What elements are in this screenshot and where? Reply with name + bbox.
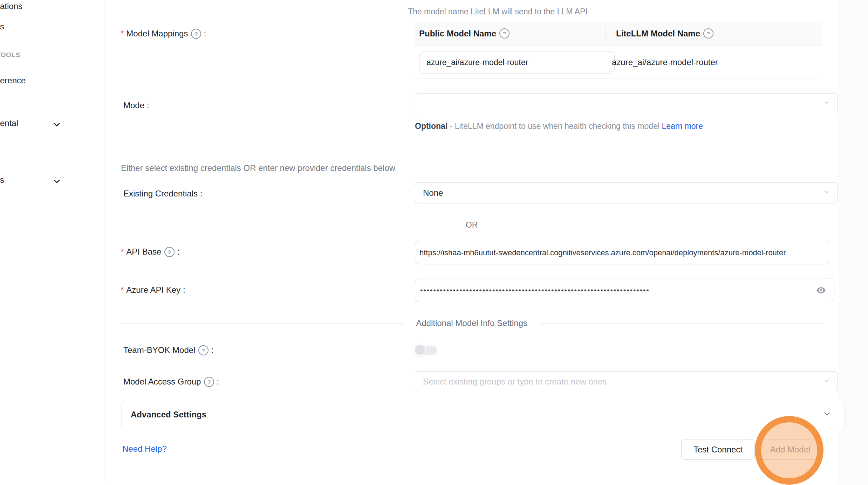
chevron-down-icon xyxy=(823,99,831,109)
help-icon[interactable]: ? xyxy=(499,28,510,39)
model-mappings-table-header: Public Model Name ? LiteLLM Model Name ? xyxy=(415,22,822,46)
advanced-settings-label: Advanced Settings xyxy=(131,410,206,420)
help-icon[interactable]: ? xyxy=(703,28,713,39)
api-base-label: * API Base ? : xyxy=(121,246,179,257)
advanced-settings-panel[interactable]: Advanced Settings xyxy=(121,400,845,429)
existing-credentials-label: Existing Credentials : xyxy=(123,188,203,199)
sidebar: ations s TOOLS erence ental s xyxy=(0,0,105,485)
existing-credentials-value: None xyxy=(423,188,443,198)
mode-label: Mode : xyxy=(123,100,149,111)
column-header-litellm-model-name: LiteLLM Model Name ? xyxy=(610,28,713,39)
model-mappings-label: * Model Mappings ? : xyxy=(121,28,206,39)
azure-api-key-label-text: Azure API Key xyxy=(126,285,180,295)
additional-settings-divider-text: Additional Model Info Settings xyxy=(416,318,527,328)
azure-api-key-masked-value: ••••••••••••••••••••••••••••••••••••••••… xyxy=(420,286,650,295)
mode-help-body: - LiteLLM endpoint to use when health ch… xyxy=(447,122,662,131)
chevron-down-icon[interactable] xyxy=(52,120,62,131)
help-icon[interactable]: ? xyxy=(164,247,175,257)
mode-help-text: Optional - LiteLLM endpoint to use when … xyxy=(415,119,709,133)
litellm-model-name-header-text: LiteLLM Model Name xyxy=(616,29,700,39)
team-byok-toggle[interactable] xyxy=(414,344,438,356)
chevron-down-icon xyxy=(823,188,831,198)
azure-api-key-label: * Azure API Key : xyxy=(121,284,185,296)
help-icon[interactable]: ? xyxy=(198,345,209,355)
chevron-down-icon xyxy=(822,409,832,420)
test-connect-button[interactable]: Test Connect xyxy=(681,439,755,460)
learn-more-link[interactable]: Learn more xyxy=(662,122,703,131)
table-row-separator xyxy=(415,78,822,78)
model-name-helper-text: The model name LiteLLM will send to the … xyxy=(408,7,588,16)
toggle-knob xyxy=(414,344,426,356)
need-help-link[interactable]: Need Help? xyxy=(122,444,167,454)
sidebar-item-settings[interactable]: s xyxy=(0,175,4,185)
label-colon: : xyxy=(147,101,149,110)
mode-select[interactable] xyxy=(415,93,838,114)
column-header-public-model-name: Public Model Name ? xyxy=(415,28,610,39)
team-byok-label-text: Team-BYOK Model xyxy=(123,345,195,355)
or-divider-text: OR xyxy=(466,220,478,230)
highlight-circle xyxy=(755,416,823,485)
model-access-group-select[interactable]: Select existing groups or type to create… xyxy=(415,371,838,392)
label-colon: : xyxy=(200,189,203,199)
sidebar-item-api-reference[interactable]: erence xyxy=(0,76,26,85)
chevron-down-icon xyxy=(823,377,831,387)
existing-credentials-select[interactable]: None xyxy=(415,182,838,203)
sidebar-section-tools: TOOLS xyxy=(0,51,20,59)
required-asterisk: * xyxy=(121,248,124,256)
required-asterisk: * xyxy=(121,286,124,294)
label-colon: : xyxy=(183,285,185,295)
team-byok-label: Team-BYOK Model ? : xyxy=(123,345,213,356)
model-access-group-placeholder: Select existing groups or type to create… xyxy=(423,377,607,387)
azure-api-key-input[interactable]: ••••••••••••••••••••••••••••••••••••••••… xyxy=(415,278,834,302)
credentials-note: Either select existing credentials OR en… xyxy=(121,163,395,173)
table-header-divider xyxy=(606,26,606,41)
sidebar-item[interactable]: s xyxy=(0,22,4,32)
divider-line xyxy=(490,225,822,225)
public-model-name-value: azure_ai/azure-model-router xyxy=(426,58,528,67)
required-asterisk: * xyxy=(121,29,124,38)
or-divider: OR xyxy=(121,218,822,232)
existing-credentials-label-text: Existing Credentials xyxy=(123,189,198,199)
model-access-group-label: Model Access Group ? : xyxy=(123,376,219,387)
divider-line xyxy=(540,323,822,324)
api-base-input[interactable]: https://ishaa-mh6uutut-swedencentral.cog… xyxy=(415,241,830,264)
label-colon: : xyxy=(217,377,219,387)
public-model-name-input[interactable]: azure_ai/azure-model-router xyxy=(419,51,615,74)
mode-help-bold: Optional xyxy=(415,122,447,131)
model-access-group-label-text: Model Access Group xyxy=(123,377,201,387)
help-icon[interactable]: ? xyxy=(204,377,214,387)
help-icon[interactable]: ? xyxy=(191,29,201,39)
label-colon: : xyxy=(211,345,213,355)
eye-icon[interactable] xyxy=(814,285,828,296)
label-colon: : xyxy=(177,247,179,257)
api-base-value: https://ishaa-mh6uutut-swedencentral.cog… xyxy=(419,248,786,257)
mode-label-text: Mode xyxy=(123,101,144,110)
label-colon: : xyxy=(204,29,206,39)
chevron-down-icon[interactable] xyxy=(52,176,62,188)
api-base-label-text: API Base xyxy=(126,247,161,257)
divider-line xyxy=(121,323,403,324)
sidebar-item-organizations[interactable]: ations xyxy=(0,1,22,11)
litellm-model-name-value: azure_ai/azure-model-router xyxy=(612,57,718,67)
public-model-name-header-text: Public Model Name xyxy=(419,29,496,39)
model-mappings-label-text: Model Mappings xyxy=(126,29,188,39)
divider-line xyxy=(121,225,453,225)
additional-settings-divider: Additional Model Info Settings xyxy=(121,316,822,330)
sidebar-item-experimental[interactable]: ental xyxy=(0,118,18,128)
